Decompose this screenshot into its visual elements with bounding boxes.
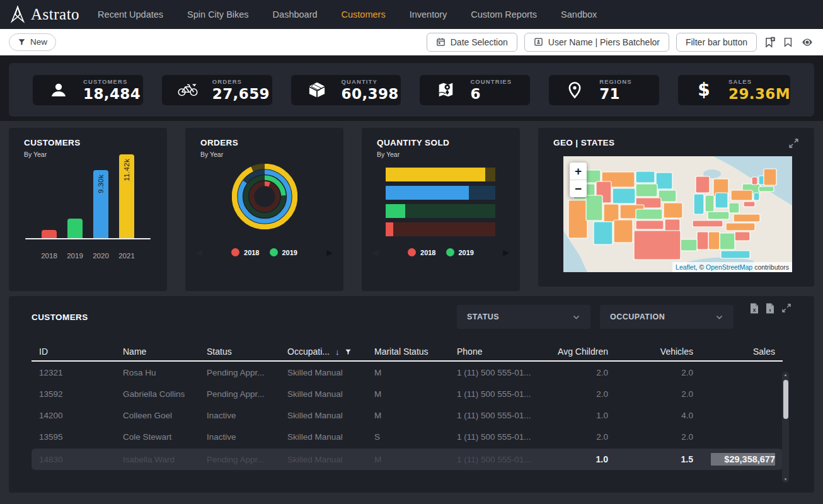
bookmark-add-icon[interactable] <box>764 36 776 49</box>
new-filter-button[interactable]: New <box>9 33 56 51</box>
bookmark-icon[interactable] <box>783 36 793 49</box>
nav-item-inventory[interactable]: Inventory <box>398 0 459 29</box>
chart-subtitle: By Year <box>200 151 328 158</box>
leaflet-link[interactable]: Leaflet <box>676 263 696 271</box>
bar-2018[interactable] <box>42 230 57 238</box>
column-header-id[interactable]: ID <box>39 346 123 357</box>
export-excel-icon[interactable]: x <box>750 303 759 314</box>
table-filters: STATUS OCCUPATION <box>457 305 734 329</box>
cell-status: Inactive <box>207 432 287 442</box>
map-zoom-control: + − <box>570 163 587 197</box>
hbar-progress-chart <box>386 168 495 236</box>
legend-item-2019[interactable]: 2019 <box>270 248 297 256</box>
svg-text:$: $ <box>698 81 710 100</box>
nav-item-recent-updates[interactable]: Recent Updates <box>86 0 175 29</box>
export-csv-icon[interactable]: , <box>766 303 774 314</box>
cell-id: 13592 <box>39 389 123 399</box>
table-row[interactable]: 13592 Gabriella Collins Pending Appr... … <box>32 383 783 404</box>
hbar-2021[interactable] <box>386 168 495 181</box>
hbar-2019[interactable] <box>386 204 495 218</box>
column-header-status[interactable]: Status <box>207 346 287 357</box>
chart-title: ORDERS <box>200 138 328 147</box>
x-tick-2020: 2020 <box>92 252 110 260</box>
occupation-filter-dropdown[interactable]: OCCUPATION <box>600 305 734 329</box>
sort-descending-icon[interactable]: ↓ <box>335 347 340 357</box>
geo-states-card: GEO | STATES + − Leaflet, © OpenStreetMa… <box>538 128 814 287</box>
cell-occupation: Skilled Manual <box>287 389 374 399</box>
zoom-in-button[interactable]: + <box>570 163 587 180</box>
table-row[interactable]: 12321 Rosa Hu Pending Appr... Skilled Ma… <box>32 362 783 383</box>
scroll-up-arrow[interactable]: ▲ <box>782 373 789 377</box>
nav-item-spin-city-bikes[interactable]: Spin City Bikes <box>175 0 261 29</box>
kpi-countries[interactable]: COUNTRIES 6 <box>420 75 530 105</box>
scrollbar-thumb[interactable] <box>783 380 788 419</box>
cell-id: 14200 <box>39 411 123 420</box>
column-funnel-icon[interactable] <box>345 348 352 355</box>
us-states-choropleth[interactable] <box>563 156 792 272</box>
cell-occupation: Skilled Manual <box>287 432 374 442</box>
kpi-regions[interactable]: REGIONS 71 <box>549 75 659 105</box>
legend-next-arrow[interactable]: ▶ <box>326 248 333 256</box>
scroll-down-arrow[interactable]: ▼ <box>782 478 789 481</box>
table-row[interactable]: 13595 Cole Stewart Inactive Skilled Manu… <box>32 426 783 447</box>
legend-item-2018[interactable]: 2018 <box>408 248 435 256</box>
leaflet-map[interactable]: + − Leaflet, © OpenStreetMap contributor… <box>563 156 792 272</box>
eye-icon[interactable] <box>800 37 814 48</box>
kpi-sales[interactable]: $ SALES 29.36M <box>678 75 790 105</box>
zoom-out-button[interactable]: − <box>570 180 587 197</box>
kpi-quantity[interactable]: QUANTITY 60,398 <box>291 75 401 105</box>
status-filter-dropdown[interactable]: STATUS <box>457 305 590 329</box>
nav-item-sandbox[interactable]: Sandbox <box>549 0 609 29</box>
kpi-panel: CUSTOMERS 18,484 ORDERS 27,659 QUANTITY … <box>9 63 814 117</box>
nav-item-customers[interactable]: Customers <box>330 0 398 29</box>
kpi-value: 71 <box>599 86 632 102</box>
quantity-sold-by-year-card: QUANTITY SOLD By Year ◀20182019▶ <box>362 128 520 291</box>
column-header-vehicles[interactable]: Vehicles <box>608 346 693 357</box>
hbar-2020[interactable] <box>386 186 495 200</box>
app-logo[interactable]: Astrato <box>10 6 79 23</box>
column-header-avg-children[interactable]: Avg Children <box>539 346 608 357</box>
customers-table-card: CUSTOMERS STATUS OCCUPATION x , ID Name … <box>9 296 814 493</box>
filter-bar-button[interactable]: Filter bar button <box>676 33 757 52</box>
cell-status: Pending Appr... <box>207 368 287 377</box>
column-header-name[interactable]: Name <box>123 346 207 357</box>
box-icon <box>306 81 328 99</box>
expand-icon[interactable] <box>781 303 791 314</box>
user-name-button[interactable]: User Name | Piers Batchelor <box>524 33 669 52</box>
nav-item-custom-reports[interactable]: Custom Reports <box>459 0 549 29</box>
funnel-icon <box>18 38 26 46</box>
chart-subtitle: By Year <box>377 151 505 158</box>
kpi-label: ORDERS <box>212 78 270 85</box>
kpi-customers[interactable]: CUSTOMERS 18,484 <box>33 75 143 105</box>
expand-icon[interactable] <box>788 138 799 149</box>
chevron-down-icon <box>572 313 580 321</box>
kpi-orders[interactable]: ORDERS 27,659 <box>162 75 272 105</box>
bar-2019[interactable] <box>67 219 83 238</box>
bar-chart: 9.30k11.42k <box>9 153 167 238</box>
legend-prev-arrow[interactable]: ◀ <box>196 248 202 256</box>
osm-link[interactable]: OpenStreetMap <box>706 263 752 271</box>
chevron-down-icon <box>715 313 723 321</box>
map-attribution: Leaflet, © OpenStreetMap contributors <box>672 262 792 272</box>
kpi-value: 18,484 <box>83 86 141 102</box>
bar-2021[interactable]: 11.42k <box>119 154 134 238</box>
legend-item-2018[interactable]: 2018 <box>231 248 259 256</box>
customers-by-year-card: CUSTOMERS By Year 9.30k11.42k 2018201920… <box>9 128 167 291</box>
cell-occupation: Skilled Manual <box>287 411 374 420</box>
column-header-sales[interactable]: Sales <box>693 346 775 357</box>
hbar-2018[interactable] <box>386 222 495 236</box>
date-selection-button[interactable]: Date Selection <box>427 33 517 52</box>
legend-dot <box>270 248 278 256</box>
legend-item-2019[interactable]: 2019 <box>446 248 474 256</box>
nav-item-dashboard[interactable]: Dashboard <box>261 0 330 29</box>
legend-prev-arrow[interactable]: ◀ <box>372 248 379 256</box>
table-scrollbar[interactable]: ▲ ▼ <box>782 372 789 483</box>
column-header-marital-status[interactable]: Marital Status <box>374 346 457 357</box>
map-icon <box>435 81 456 99</box>
bar-2020[interactable]: 9.30k <box>93 170 108 238</box>
cell-id: 13595 <box>39 432 123 442</box>
column-header-occupation[interactable]: Occupati... ↓ <box>287 346 374 357</box>
table-row[interactable]: 14200 Colleen Goel Inactive Skilled Manu… <box>32 404 783 426</box>
legend-next-arrow[interactable]: ▶ <box>503 248 509 256</box>
column-header-phone[interactable]: Phone <box>457 346 539 357</box>
